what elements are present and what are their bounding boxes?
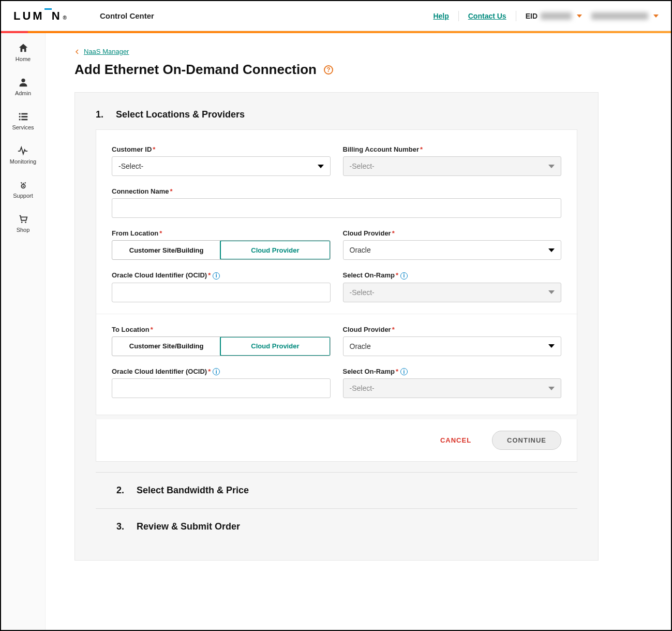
sidebar-item-admin[interactable]: Admin: [15, 77, 31, 96]
from-onramp-label: Select On-Ramp*i: [343, 271, 562, 280]
sidebar: Home Admin Services Monitoring Support S…: [1, 33, 46, 630]
select-value: -Select-: [118, 162, 143, 170]
customer-id-label: Customer ID*: [112, 145, 331, 153]
info-icon[interactable]: i: [400, 368, 408, 375]
info-icon[interactable]: i: [400, 272, 408, 280]
step-title: Review & Submit Order: [137, 521, 240, 532]
app-header: LUMEN® Control Center Help Contact Us EI…: [1, 1, 671, 31]
breadcrumb: NaaS Manager: [74, 48, 599, 55]
billing-account-select[interactable]: -Select-: [343, 156, 562, 176]
wizard-container: 1. Select Locations & Providers Customer…: [74, 92, 599, 561]
logo-text-2: N: [52, 9, 62, 23]
list-icon: [18, 111, 29, 122]
product-name: Control Center: [100, 11, 154, 20]
contact-us-link[interactable]: Contact Us: [468, 12, 506, 20]
svg-point-10: [25, 222, 27, 223]
divider: [458, 11, 459, 21]
from-cloud-option[interactable]: Cloud Provider: [220, 240, 330, 260]
step-title: Select Locations & Providers: [116, 109, 245, 120]
svg-rect-6: [21, 119, 27, 121]
main-content: NaaS Manager Add Ethernet On-Demand Conn…: [46, 33, 671, 630]
chevron-down-icon: [548, 248, 555, 252]
step-1-card: Customer ID* -Select- Billing Account Nu…: [96, 129, 577, 415]
to-site-option[interactable]: Customer Site/Building: [112, 337, 220, 356]
sidebar-label: Admin: [15, 90, 31, 96]
to-cloud-option[interactable]: Cloud Provider: [220, 336, 330, 356]
billing-account-label: Billing Account Number*: [343, 145, 562, 153]
sidebar-item-services[interactable]: Services: [12, 111, 34, 130]
sidebar-item-monitoring[interactable]: Monitoring: [10, 145, 36, 165]
sidebar-item-shop[interactable]: Shop: [17, 213, 30, 233]
info-icon[interactable]: i: [213, 368, 220, 375]
chevron-left-icon: [74, 49, 80, 54]
svg-rect-3: [19, 116, 20, 118]
select-value: Oracle: [350, 246, 371, 254]
to-cloud-provider-select[interactable]: Oracle: [343, 336, 562, 356]
from-location-label: From Location*: [112, 229, 331, 237]
from-ocid-input[interactable]: [112, 283, 331, 302]
lumen-logo[interactable]: LUMEN®: [13, 9, 69, 23]
home-icon: [18, 42, 29, 54]
help-link[interactable]: Help: [433, 12, 449, 20]
divider: [516, 11, 516, 21]
sidebar-label: Shop: [17, 227, 30, 233]
cancel-button[interactable]: CANCEL: [440, 436, 471, 444]
to-onramp-select[interactable]: -Select-: [343, 378, 562, 398]
chevron-down-icon: [318, 165, 324, 168]
svg-rect-4: [21, 116, 27, 118]
from-cloud-provider-select[interactable]: Oracle: [343, 240, 562, 260]
step-2-header[interactable]: 2. Select Bandwidth & Price: [96, 472, 577, 508]
account-value: xxxxxx: [591, 12, 648, 20]
eid-value: xxxx: [541, 12, 572, 20]
to-ocid-input[interactable]: [112, 378, 331, 398]
logo-text-1: LUM: [13, 9, 44, 23]
chevron-down-icon: [548, 387, 555, 390]
svg-rect-1: [19, 113, 20, 115]
from-cloud-provider-label: Cloud Provider*: [343, 229, 562, 237]
step-3-header[interactable]: 3. Review & Submit Order: [96, 508, 577, 545]
from-site-option[interactable]: Customer Site/Building: [112, 241, 220, 259]
from-location-toggle: Customer Site/Building Cloud Provider: [112, 240, 331, 260]
step-number: 1.: [96, 109, 103, 120]
eid-dropdown[interactable]: EID xxxx: [526, 12, 582, 20]
gear-icon: [18, 179, 29, 190]
eid-label: EID: [526, 12, 537, 20]
to-ocid-label: Oracle Cloud Identifier (OCID)*i: [112, 368, 331, 376]
svg-point-9: [21, 222, 23, 223]
customer-id-select[interactable]: -Select-: [112, 156, 331, 176]
user-icon: [18, 77, 29, 88]
step-title: Select Bandwidth & Price: [137, 485, 249, 496]
help-icon[interactable]: ?: [324, 65, 333, 75]
select-value: -Select-: [350, 162, 375, 170]
chevron-down-icon: [548, 290, 555, 294]
svg-point-0: [21, 79, 25, 82]
to-onramp-label: Select On-Ramp*i: [343, 368, 562, 376]
cart-icon: [17, 213, 28, 225]
divider: [96, 314, 577, 314]
continue-button[interactable]: CONTINUE: [492, 431, 561, 450]
account-dropdown[interactable]: xxxxxx: [591, 12, 659, 20]
sidebar-label: Home: [16, 56, 31, 62]
pulse-icon: [17, 145, 28, 156]
select-value: Oracle: [350, 342, 371, 350]
step-number: 3.: [116, 521, 124, 532]
chevron-down-icon: [548, 165, 555, 168]
to-location-toggle: Customer Site/Building Cloud Provider: [112, 336, 331, 356]
sidebar-label: Services: [12, 124, 34, 130]
page-title-row: Add Ethernet On-Demand Connection ?: [74, 62, 599, 78]
svg-point-8: [22, 185, 24, 187]
step-number: 2.: [116, 485, 124, 496]
sidebar-item-support[interactable]: Support: [13, 179, 33, 199]
to-cloud-provider-label: Cloud Provider*: [343, 326, 562, 333]
connection-name-input[interactable]: [112, 198, 561, 218]
step-actions: CANCEL CONTINUE: [96, 419, 577, 462]
chevron-down-icon: [548, 344, 555, 348]
sidebar-label: Support: [13, 193, 33, 199]
chevron-down-icon: [653, 14, 659, 18]
from-onramp-select[interactable]: -Select-: [343, 283, 562, 302]
from-ocid-label: Oracle Cloud Identifier (OCID)*i: [112, 271, 331, 280]
sidebar-item-home[interactable]: Home: [16, 42, 31, 62]
select-value: -Select-: [350, 384, 375, 392]
info-icon[interactable]: i: [213, 272, 220, 280]
breadcrumb-link-naas[interactable]: NaaS Manager: [84, 48, 129, 55]
